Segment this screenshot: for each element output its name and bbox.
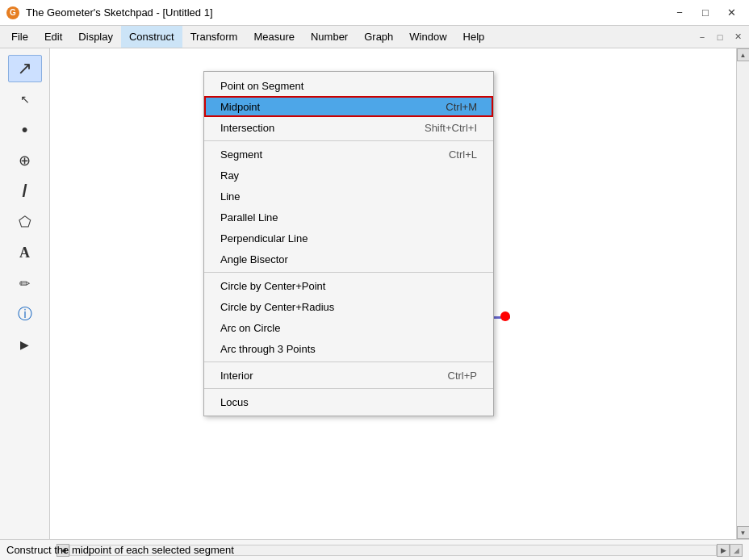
main-layout: ↖ ↗ • ⊕ / ⬠ A ✏ ⓘ ▶ Point on Segment Mid… <box>0 48 749 539</box>
construct-dropdown-menu: Point on Segment Midpoint Ctrl+M Interse… <box>203 71 494 416</box>
menu-construct[interactable]: Construct <box>121 26 182 48</box>
tool-more[interactable]: ▶ <box>8 331 42 358</box>
menu-item-shortcut-intersection: Shift+Ctrl+I <box>425 122 477 134</box>
scroll-up-button[interactable]: ▲ <box>737 48 750 61</box>
scroll-corner: ◢ <box>730 544 743 557</box>
menu-item-intersection[interactable]: Intersection Shift+Ctrl+I <box>204 117 493 138</box>
title-bar-title: The Geometer's Sketchpad - [Untitled 1] <box>26 6 213 19</box>
tool-arrow[interactable]: ↖ <box>8 55 42 82</box>
toolbar: ↖ ↗ • ⊕ / ⬠ A ✏ ⓘ ▶ <box>0 48 50 539</box>
scroll-right-button[interactable]: ▶ <box>717 544 730 557</box>
maximize-button[interactable]: □ <box>694 5 717 21</box>
title-bar: G The Geometer's Sketchpad - [Untitled 1… <box>0 0 749 26</box>
menu-minimize-btn[interactable]: − <box>694 30 710 44</box>
menu-item-locus[interactable]: Locus <box>204 391 493 412</box>
menu-item-label-ray: Ray <box>220 169 239 182</box>
scroll-track-vertical[interactable] <box>737 61 750 526</box>
menu-item-shortcut-interior: Ctrl+P <box>448 370 477 382</box>
menu-transform[interactable]: Transform <box>182 26 246 48</box>
menu-item-label-locus: Locus <box>220 396 249 408</box>
separator-3 <box>204 361 493 362</box>
right-scrollbar: ▲ ▼ <box>736 48 749 539</box>
tool-pencil[interactable]: ✏ <box>8 270 42 297</box>
menu-item-circle-center-point[interactable]: Circle by Center+Point <box>204 275 493 296</box>
menu-item-angle-bisector[interactable]: Angle Bisector <box>204 249 493 270</box>
separator-2 <box>204 272 493 273</box>
menu-item-parallel-line[interactable]: Parallel Line <box>204 207 493 228</box>
title-bar-controls: − □ ✕ <box>668 5 743 21</box>
canvas-area: Point on Segment Midpoint Ctrl+M Interse… <box>50 48 736 539</box>
menu-item-point-on-segment[interactable]: Point on Segment <box>204 75 493 96</box>
scroll-down-button[interactable]: ▼ <box>737 526 750 539</box>
menu-item-label-midpoint: Midpoint <box>220 101 260 113</box>
menu-item-circle-center-radius[interactable]: Circle by Center+Radius <box>204 296 493 317</box>
menu-item-label-circle-center-point: Circle by Center+Point <box>220 280 325 292</box>
menu-item-shortcut-midpoint: Ctrl+M <box>446 101 477 113</box>
menu-item-ray[interactable]: Ray <box>204 165 493 186</box>
menu-item-label-angle-bisector: Angle Bisector <box>220 253 288 265</box>
menu-item-midpoint[interactable]: Midpoint Ctrl+M <box>204 96 493 117</box>
title-bar-left: G The Geometer's Sketchpad - [Untitled 1… <box>6 6 213 19</box>
menu-item-label-line: Line <box>220 190 241 203</box>
tool-line[interactable]: / <box>8 178 42 205</box>
menu-item-arc-3-points[interactable]: Arc through 3 Points <box>204 338 493 359</box>
menu-item-interior[interactable]: Interior Ctrl+P <box>204 365 493 386</box>
menu-item-label-point-on-segment: Point on Segment <box>220 80 303 92</box>
bottom-bar: ◀ ▶ ◢ Construct the midpoint of each sel… <box>0 539 749 560</box>
close-button[interactable]: ✕ <box>720 5 743 21</box>
app-icon: G <box>6 6 19 19</box>
menu-restore-btn[interactable]: □ <box>712 30 728 44</box>
menu-item-perpendicular-line[interactable]: Perpendicular Line <box>204 228 493 249</box>
menu-file[interactable]: File <box>3 26 36 48</box>
tool-compass[interactable]: ⊕ <box>8 147 42 174</box>
menu-item-label-arc-3-points: Arc through 3 Points <box>220 343 316 355</box>
separator-1 <box>204 140 493 141</box>
menu-item-label-interior: Interior <box>220 370 253 382</box>
menu-edit[interactable]: Edit <box>36 26 70 48</box>
menu-item-arc-on-circle[interactable]: Arc on Circle <box>204 317 493 338</box>
menu-item-line[interactable]: Line <box>204 186 493 207</box>
status-text: Construct the midpoint of each selected … <box>6 544 234 556</box>
menu-bar: File Edit Display Construct Transform Me… <box>0 26 749 48</box>
menu-measure[interactable]: Measure <box>245 26 303 48</box>
tool-point[interactable]: • <box>8 116 42 144</box>
menu-item-segment[interactable]: Segment Ctrl+L <box>204 144 493 165</box>
menu-item-shortcut-segment: Ctrl+L <box>449 148 477 161</box>
menu-help[interactable]: Help <box>455 26 493 48</box>
menu-item-label-perpendicular-line: Perpendicular Line <box>220 232 308 244</box>
separator-4 <box>204 388 493 389</box>
menu-close-btn[interactable]: ✕ <box>730 30 746 44</box>
menu-graph[interactable]: Graph <box>356 26 401 48</box>
canvas-point <box>500 311 510 321</box>
tool-text[interactable]: A <box>8 239 42 266</box>
menu-bar-controls: − □ ✕ <box>694 30 746 44</box>
minimize-button[interactable]: − <box>668 5 691 21</box>
menu-item-label-parallel-line: Parallel Line <box>220 211 278 224</box>
menu-item-label-intersection: Intersection <box>220 122 274 134</box>
menu-item-label-segment: Segment <box>220 148 262 161</box>
menu-window[interactable]: Window <box>401 26 454 48</box>
menu-item-label-arc-on-circle: Arc on Circle <box>220 322 280 334</box>
menu-number[interactable]: Number <box>303 26 356 48</box>
menu-display[interactable]: Display <box>70 26 121 48</box>
menu-item-label-circle-center-radius: Circle by Center+Radius <box>220 301 334 313</box>
tool-polygon[interactable]: ⬠ <box>8 208 42 236</box>
tool-info[interactable]: ⓘ <box>8 300 42 328</box>
tool-arrow-small[interactable]: ↗ <box>8 86 42 113</box>
